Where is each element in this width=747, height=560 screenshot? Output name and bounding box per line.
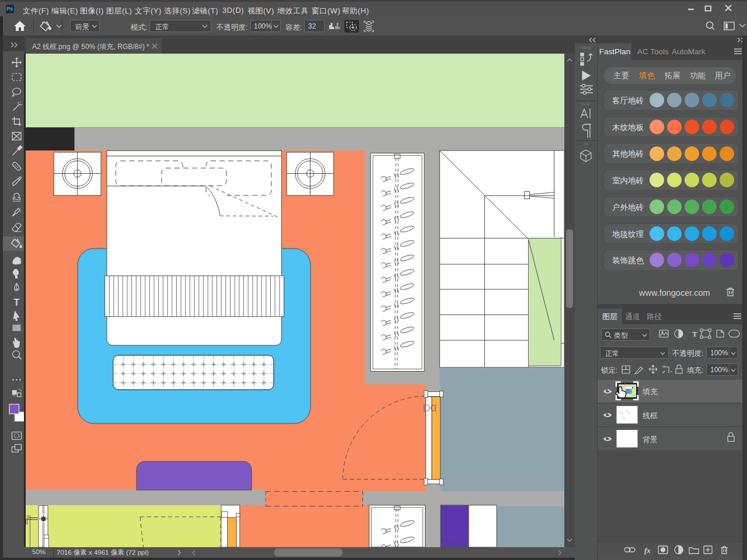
svg-text:T: T bbox=[14, 298, 20, 307]
svg-text:FASTPL: FASTPL bbox=[581, 46, 592, 50]
svg-text:3D: 3D bbox=[584, 142, 588, 146]
svg-text:CHAR: CHAR bbox=[582, 103, 591, 106]
